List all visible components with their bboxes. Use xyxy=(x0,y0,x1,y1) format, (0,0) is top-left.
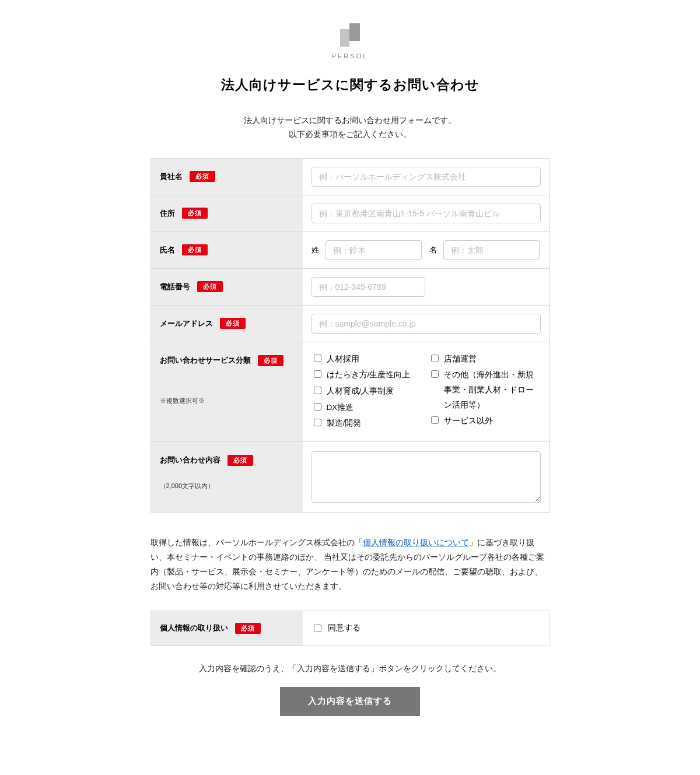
privacy-notice: 取得した情報は、パーソルホールディングス株式会社の「個人情報の取り扱いについて」… xyxy=(150,536,550,594)
category-option-label: 人材育成/人事制度 xyxy=(327,384,394,399)
label-name: 氏名 必須 xyxy=(151,232,303,268)
category-checkbox-item[interactable]: サービス以外 xyxy=(429,413,541,429)
category-checkbox-item[interactable]: その他（海外進出・新規事業・副業人材・ドローン活用等） xyxy=(429,367,541,412)
row-email: メールアドレス 必須 xyxy=(151,306,550,342)
row-details: お問い合わせ内容 必須 （2,000文字以内） xyxy=(151,442,550,512)
required-badge: 必須 xyxy=(197,281,223,292)
submit-note: 入力内容を確認のうえ、「入力内容を送信する」ボタンをクリックしてください。 xyxy=(0,664,700,674)
intro-text: 法人向けサービスに関するお問い合わせ用フォームです。 以下必要事項をご記入くださ… xyxy=(0,114,700,142)
label-company-text: 貴社名 xyxy=(160,171,183,182)
address-input[interactable] xyxy=(312,204,541,223)
required-badge: 必須 xyxy=(182,244,208,255)
company-input[interactable] xyxy=(312,167,541,187)
row-address: 住所 必須 xyxy=(151,195,550,232)
label-name-text: 氏名 xyxy=(160,245,175,255)
consent-agree-text: 同意する xyxy=(328,623,360,633)
category-checkbox-item[interactable]: 人材採用 xyxy=(312,352,424,367)
inquiry-form: 貴社名 必須 住所 必須 氏名 必須 姓 xyxy=(150,158,550,513)
submit-button[interactable]: 入力内容を送信する xyxy=(280,687,420,716)
required-badge: 必須 xyxy=(190,171,215,182)
first-name-input[interactable] xyxy=(443,240,540,260)
label-address-text: 住所 xyxy=(160,208,175,219)
consent-checkbox-item[interactable]: 同意する xyxy=(312,623,360,634)
category-checkbox-item[interactable]: はたらき方/生産性向上 xyxy=(312,367,424,383)
privacy-text-before: 取得した情報は、パーソルホールディングス株式会社の「 xyxy=(150,538,363,547)
brand-logo-text: PERSOL xyxy=(0,52,700,59)
required-badge: 必須 xyxy=(228,455,253,466)
category-checkbox[interactable] xyxy=(431,355,439,362)
category-checkbox[interactable] xyxy=(314,403,321,411)
label-address: 住所 必須 xyxy=(151,195,303,232)
category-checkbox[interactable] xyxy=(431,416,439,424)
category-option-label: 人材採用 xyxy=(327,352,359,367)
category-checkbox-item[interactable]: DX推進 xyxy=(312,400,424,415)
row-category: お問い合わせサービス分類 必須 ※複数選択可※ 人材採用 はたらき方/生産性向上… xyxy=(151,342,550,442)
brand-logo: PERSOL xyxy=(0,23,700,59)
page-title: 法人向けサービスに関するお問い合わせ xyxy=(0,76,700,94)
label-consent-text: 個人情報の取り扱い xyxy=(160,623,228,633)
category-checkbox[interactable] xyxy=(314,419,321,426)
label-phone: 電話番号 必須 xyxy=(151,269,303,305)
first-name-prefix: 名 xyxy=(429,245,439,255)
category-option-label: 製造/開発 xyxy=(327,416,362,431)
details-textarea[interactable] xyxy=(312,451,541,503)
category-checkbox[interactable] xyxy=(314,370,321,378)
row-name: 氏名 必須 姓 名 xyxy=(151,232,550,269)
consent-checkbox[interactable] xyxy=(314,625,321,632)
label-category: お問い合わせサービス分類 必須 ※複数選択可※ xyxy=(151,342,303,441)
label-email: メールアドレス 必須 xyxy=(151,306,303,342)
category-checkbox-item[interactable]: 店舗運営 xyxy=(429,352,541,367)
category-checkbox-item[interactable]: 製造/開発 xyxy=(312,416,424,431)
last-name-input[interactable] xyxy=(326,240,422,260)
label-details-sub: （2,000文字以内） xyxy=(160,482,294,490)
category-option-label: サービス以外 xyxy=(444,413,493,429)
phone-input[interactable] xyxy=(312,277,425,297)
required-badge: 必須 xyxy=(182,208,208,219)
label-details-text: お問い合わせ内容 xyxy=(160,455,220,465)
intro-line-2: 以下必要事項をご記入ください。 xyxy=(0,128,700,142)
privacy-link[interactable]: 個人情報の取り扱いについて xyxy=(363,538,469,547)
label-phone-text: 電話番号 xyxy=(160,282,190,292)
label-consent: 個人情報の取り扱い 必須 xyxy=(151,611,303,646)
category-checkbox-item[interactable]: 人材育成/人事制度 xyxy=(312,384,424,399)
category-checkbox[interactable] xyxy=(431,370,439,378)
required-badge: 必須 xyxy=(258,355,284,366)
label-company: 貴社名 必須 xyxy=(151,159,303,195)
category-option-label: 店舗運営 xyxy=(444,352,477,367)
category-option-label: はたらき方/生産性向上 xyxy=(327,367,411,383)
last-name-prefix: 姓 xyxy=(312,245,321,255)
category-checkbox[interactable] xyxy=(314,355,321,362)
label-category-text: お問い合わせサービス分類 xyxy=(160,355,251,366)
category-checkbox[interactable] xyxy=(314,387,321,394)
row-company: 貴社名 必須 xyxy=(151,159,550,195)
label-email-text: メールアドレス xyxy=(160,318,213,329)
svg-rect-0 xyxy=(349,23,360,41)
label-category-sub: ※複数選択可※ xyxy=(160,397,294,405)
required-badge: 必須 xyxy=(235,623,261,634)
email-input[interactable] xyxy=(312,314,541,334)
category-option-label: その他（海外進出・新規事業・副業人材・ドローン活用等） xyxy=(444,367,541,412)
intro-line-1: 法人向けサービスに関するお問い合わせ用フォームです。 xyxy=(0,114,700,128)
row-phone: 電話番号 必須 xyxy=(151,269,550,306)
label-details: お問い合わせ内容 必須 （2,000文字以内） xyxy=(151,442,303,512)
svg-rect-1 xyxy=(340,29,349,47)
category-option-label: DX推進 xyxy=(327,400,354,415)
persol-logo-icon xyxy=(340,23,360,49)
required-badge: 必須 xyxy=(220,318,246,329)
consent-table: 個人情報の取り扱い 必須 同意する xyxy=(150,611,550,646)
